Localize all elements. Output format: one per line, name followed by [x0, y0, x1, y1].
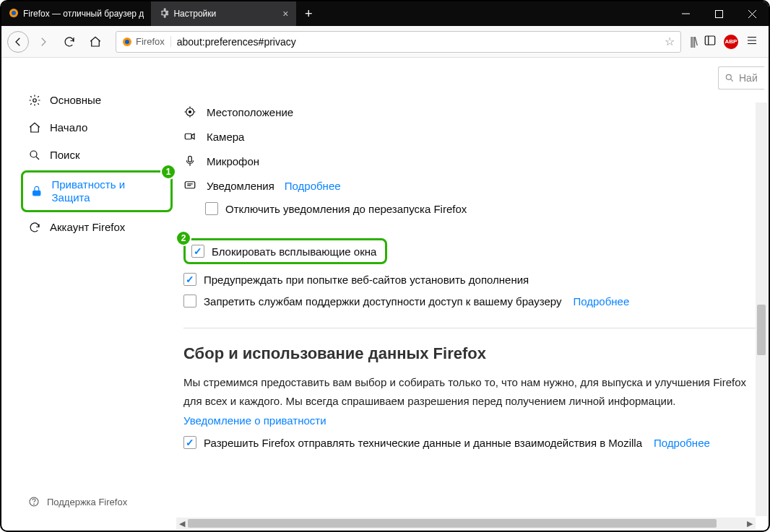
gear-icon: [159, 8, 169, 20]
settings-sidebar: Основные Начало Поиск Приватность и Защи…: [3, 59, 176, 529]
svg-point-13: [33, 99, 37, 103]
horizontal-scrollbar[interactable]: ◀ ▶: [176, 518, 756, 529]
support-label: Поддержка Firefox: [47, 497, 127, 507]
sidebar-item-general[interactable]: Основные: [21, 88, 173, 113]
privacy-notice-link[interactable]: Уведомление о приватности: [183, 414, 326, 427]
svg-point-19: [726, 74, 731, 79]
search-icon: [724, 73, 735, 83]
svg-point-7: [125, 40, 129, 44]
sidebar-item-account[interactable]: Аккаунт Firefox: [21, 215, 173, 240]
svg-point-22: [189, 111, 191, 113]
checkbox-label: Блокировать всплывающие окна: [212, 245, 376, 258]
sidebar-label: Приватность и Защита: [52, 178, 164, 204]
close-icon[interactable]: ×: [282, 8, 288, 19]
close-window-button[interactable]: [735, 1, 769, 26]
svg-line-20: [730, 79, 732, 81]
checkbox-telemetry[interactable]: Разрешить Firefox отправлять технические…: [183, 432, 760, 453]
svg-line-15: [36, 157, 39, 160]
firefox-icon: [9, 8, 19, 20]
svg-rect-16: [33, 191, 40, 196]
reload-button[interactable]: [58, 30, 81, 53]
annotation-badge-2: 2: [176, 230, 191, 246]
sidebar-label: Начало: [50, 121, 87, 134]
minimize-button[interactable]: [669, 1, 702, 26]
checkbox-label: Отключить уведомления до перезапуска Fir…: [225, 203, 467, 215]
identity-box[interactable]: Firefox: [116, 36, 171, 47]
maximize-button[interactable]: [702, 1, 735, 26]
sidebar-label: Поиск: [50, 149, 80, 162]
permission-location: Местоположение: [183, 100, 760, 124]
svg-point-14: [30, 151, 37, 157]
bookmark-star-icon[interactable]: ☆: [665, 35, 675, 48]
back-button[interactable]: [7, 31, 29, 53]
telemetry-more-link[interactable]: Подробнее: [654, 437, 710, 449]
sidebar-icon[interactable]: [704, 34, 717, 50]
permission-label: Камера: [207, 131, 244, 143]
separator: [183, 328, 760, 328]
menu-button[interactable]: [745, 34, 758, 50]
checkbox-icon[interactable]: [191, 245, 204, 258]
checkbox-block-a11y[interactable]: Запретить службам поддержки доступности …: [183, 290, 760, 312]
scrollbar-thumb[interactable]: [188, 519, 717, 528]
search-placeholder: Най: [739, 72, 758, 84]
checkbox-block-popups-row: 2 Блокировать всплывающие окна: [183, 234, 760, 269]
permission-label: Местоположение: [207, 106, 293, 118]
settings-search-input[interactable]: Най: [718, 66, 764, 90]
tab-firefox-browser[interactable]: Firefox — отличный браузер д: [1, 1, 152, 26]
checkbox-icon[interactable]: [183, 436, 196, 449]
location-icon: [183, 105, 196, 118]
scroll-right-icon[interactable]: ▶: [744, 519, 756, 528]
svg-point-1: [12, 11, 16, 15]
annotation-badge-1: 1: [160, 164, 176, 180]
checkbox-icon[interactable]: [183, 295, 196, 308]
scrollbar-thumb[interactable]: [757, 305, 766, 355]
svg-point-18: [34, 504, 35, 505]
sidebar-item-search[interactable]: Поиск: [21, 143, 173, 167]
identity-label: Firefox: [136, 36, 165, 47]
url-text: about:preferences#privacy: [171, 36, 659, 48]
checkbox-icon[interactable]: [183, 273, 196, 286]
highlight-block-popups: 2 Блокировать всплывающие окна: [183, 238, 387, 264]
camera-icon: [183, 130, 196, 143]
data-section-title: Сбор и использование данных Firefox: [183, 344, 760, 363]
sidebar-label: Аккаунт Firefox: [50, 221, 125, 234]
checkbox-label: Разрешить Firefox отправлять технические…: [204, 437, 642, 449]
svg-rect-8: [705, 36, 715, 45]
library-icon[interactable]: |||\: [690, 35, 696, 48]
checkbox-label: Предупреждать при попытке веб-сайтов уст…: [204, 274, 529, 286]
notification-icon: [183, 179, 196, 192]
notifications-more-link[interactable]: Подробнее: [285, 180, 341, 192]
tab-title: Firefox — отличный браузер д: [23, 9, 144, 19]
permission-label: Уведомления: [207, 180, 274, 192]
home-button[interactable]: [84, 30, 107, 53]
permission-notifications: Уведомления Подробнее: [183, 173, 760, 198]
microphone-icon: [183, 154, 196, 167]
svg-rect-3: [715, 10, 722, 17]
checkbox-warn-addons[interactable]: Предупреждать при попытке веб-сайтов уст…: [183, 269, 760, 290]
tab-settings[interactable]: Настройки ×: [152, 1, 296, 26]
permission-camera: Камера: [183, 124, 760, 149]
svg-rect-29: [185, 182, 195, 188]
vertical-scrollbar[interactable]: [756, 103, 767, 516]
tab-title: Настройки: [173, 9, 277, 19]
svg-rect-28: [189, 156, 192, 162]
data-section-text: Мы стремимся предоставить вам выбор и со…: [183, 373, 760, 410]
a11y-more-link[interactable]: Подробнее: [573, 295, 629, 308]
sidebar-support-link[interactable]: Поддержка Firefox: [21, 490, 173, 522]
scroll-left-icon[interactable]: ◀: [176, 519, 188, 528]
permission-label: Микрофон: [207, 155, 259, 167]
adblock-icon[interactable]: ABP: [724, 35, 738, 49]
sidebar-item-home[interactable]: Начало: [21, 115, 173, 140]
permission-microphone: Микрофон: [183, 149, 760, 173]
address-bar[interactable]: Firefox about:preferences#privacy ☆: [116, 31, 681, 53]
new-tab-button[interactable]: +: [296, 1, 321, 26]
checkbox-icon[interactable]: [205, 202, 218, 215]
forward-button[interactable]: [32, 30, 55, 53]
svg-rect-27: [185, 134, 191, 139]
checkbox-disable-notifications[interactable]: Отключить уведомления до перезапуска Fir…: [183, 198, 760, 219]
sidebar-label: Основные: [50, 94, 101, 107]
sidebar-item-privacy[interactable]: Приватность и Защита 1: [21, 170, 173, 212]
checkbox-label: Запретить службам поддержки доступности …: [204, 295, 561, 308]
